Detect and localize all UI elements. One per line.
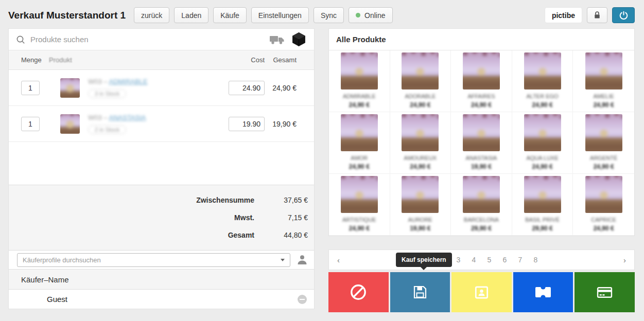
product-card-name: ADORABLE [390,93,451,99]
nav-button[interactable]: zurück [134,7,169,23]
column-header-product: Produkt [49,56,223,64]
customer-card-button[interactable] [451,272,512,312]
product-image [585,52,622,90]
totals-value: 7,15 € [254,213,308,222]
nav-button[interactable]: Laden [174,7,208,23]
product-thumbnail [60,114,80,134]
product-name-link[interactable]: ADMIRABLE [109,78,147,85]
product-image [524,176,561,213]
product-card-price: 24,90 € [512,163,573,170]
product-card[interactable]: AFFAIRES 24,90 € [451,50,512,112]
chevron-down-icon [281,259,285,261]
page-number[interactable]: 7 [518,256,523,264]
product-card[interactable]: BASIL PRIVÉ 29,90 € [512,174,573,236]
product-image [341,176,378,213]
product-card-price: 24,90 € [573,163,634,170]
top-bar: Verkauf Musterstandort 1 zurück Laden Kä… [0,0,644,28]
quantity-input[interactable] [21,81,40,95]
product-card[interactable]: ALTER EGO 24,90 € [512,50,573,112]
product-card-price: 24,90 € [329,225,390,232]
card-payment-button[interactable] [575,272,635,312]
product-card-name: ALTER EGO [512,93,573,99]
nav-button[interactable]: Sync [314,7,344,23]
page-number[interactable]: 3 [456,256,461,264]
product-card-price: 24,90 € [390,163,451,170]
product-card-price: 24,90 € [573,101,634,109]
page-next-arrow[interactable]: › [619,256,626,264]
page-prev-arrow[interactable]: ‹ [337,256,344,264]
pagination-bar: ‹ 1 2 3 4 5 6 7 8 › Kauf speichern [328,249,635,270]
product-image [524,52,561,90]
account-button[interactable]: pictibe [545,7,582,23]
product-search-bar [9,29,314,50]
product-card-price: 19,90 € [451,163,512,170]
product-card[interactable]: ARGENTÉ 24,90 € [573,112,634,174]
buyer-name-header: Käufer–Name [9,269,314,290]
product-card[interactable]: ARTISTIQUE 24,90 € [329,174,390,236]
totals-row: Zwischensumme 37,65 € [18,191,308,209]
quantity-input[interactable] [21,117,40,131]
ticket-icon [534,285,552,299]
cart-panel: Menge Produkt Cost Gesamt W03ADMIRABLE 3… [8,28,315,309]
product-thumbnail [60,78,80,98]
nav-button-group: zurück Laden Käufe Einstellungen Sync [134,7,349,23]
cancel-sale-button[interactable] [328,272,389,312]
product-card[interactable]: AQUA LUXE 24,90 € [512,112,573,174]
logout-power-button[interactable] [612,7,635,23]
product-card-name: ARGENTÉ [573,155,634,161]
page-number[interactable]: 8 [533,256,538,264]
page-number[interactable]: 4 [472,256,477,264]
add-buyer-person-icon[interactable] [297,254,308,265]
voucher-ticket-button[interactable] [513,272,573,312]
save-sale-button[interactable] [390,272,450,312]
page-number[interactable]: 5 [487,256,492,264]
credit-card-icon [597,286,613,299]
product-image [585,176,622,213]
product-card[interactable]: AURORE 19,90 € [390,174,451,236]
product-card[interactable]: AMOUREUX 24,90 € [390,112,451,174]
product-name-link[interactable]: ANASTASIA [109,114,146,121]
line-total: 19,90 € [265,120,314,128]
product-card-name: AQUA LUXE [512,155,573,161]
product-image [463,176,500,213]
nav-button[interactable]: Einstellungen [251,7,309,23]
product-card[interactable]: CAPRICE 24,90 € [573,174,634,236]
power-icon [619,11,628,20]
product-search-input[interactable] [30,35,269,44]
product-card-name: AMOUREUX [390,155,451,161]
product-image [585,114,622,151]
remove-buyer-icon[interactable] [298,295,307,304]
totals-label: Zwischensumme [18,196,254,204]
product-card[interactable]: BARCELONA 29,90 € [451,174,512,236]
cart-item-info: W03ANASTASIA 2 in Stock [80,114,223,134]
product-card[interactable]: ANASTASIA 19,90 € [451,112,512,174]
totals-value: 44,80 € [254,231,308,239]
product-card[interactable]: ADMIRABLE 24,90 € [329,50,390,112]
product-image [341,52,378,90]
shipping-truck-icon[interactable] [269,34,285,45]
cart-rows: W03ADMIRABLE 3 in Stock 24,90 € W03ANAST… [9,70,314,142]
product-card[interactable]: ADORABLE 24,90 € [390,50,451,112]
package-cube-icon[interactable] [292,32,306,47]
cost-input[interactable] [229,81,265,95]
product-image [402,176,439,213]
cost-input[interactable] [229,117,265,131]
lock-button[interactable] [587,7,607,23]
product-card-name: BASIL PRIVÉ [512,217,573,223]
product-image [402,52,439,90]
nav-button[interactable]: Käufe [213,7,247,23]
stock-badge: 3 in Stock [88,89,126,98]
online-status-button[interactable]: Online [349,7,392,23]
product-card-price: 24,90 € [573,225,634,232]
buyer-search-row: Käuferprofile durchsuchen [9,250,314,269]
cart-table-header: Menge Produkt Cost Gesamt [9,50,314,70]
page-numbers: 1 2 3 4 5 6 7 8 [344,256,619,264]
product-card[interactable]: AMOR 24,90 € [329,112,390,174]
product-card-name: ARTISTIQUE [329,217,390,223]
product-card-name: AURORE [390,217,451,223]
product-card[interactable]: AMELIE 24,90 € [573,50,634,112]
buyer-profile-select[interactable]: Käuferprofile durchsuchen [17,253,290,267]
line-total: 24,90 € [265,84,314,92]
page-number[interactable]: 6 [502,256,508,264]
product-card-price: 24,90 € [329,163,390,170]
